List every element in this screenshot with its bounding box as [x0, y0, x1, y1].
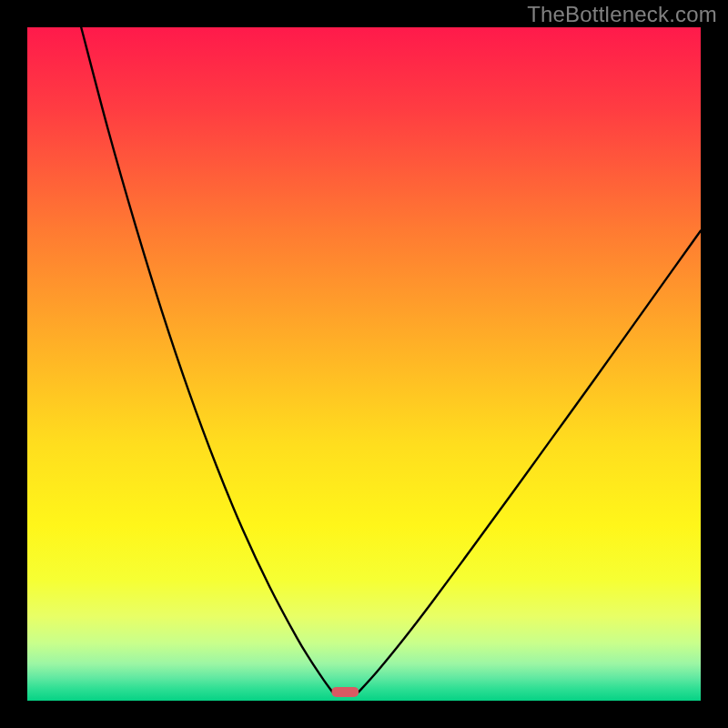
plot-background: [27, 27, 701, 701]
bottleneck-chart: [0, 0, 728, 728]
chart-frame: { "watermark": "TheBottleneck.com", "cha…: [0, 0, 728, 728]
watermark-text: TheBottleneck.com: [527, 2, 717, 27]
optimum-marker: [331, 687, 359, 697]
